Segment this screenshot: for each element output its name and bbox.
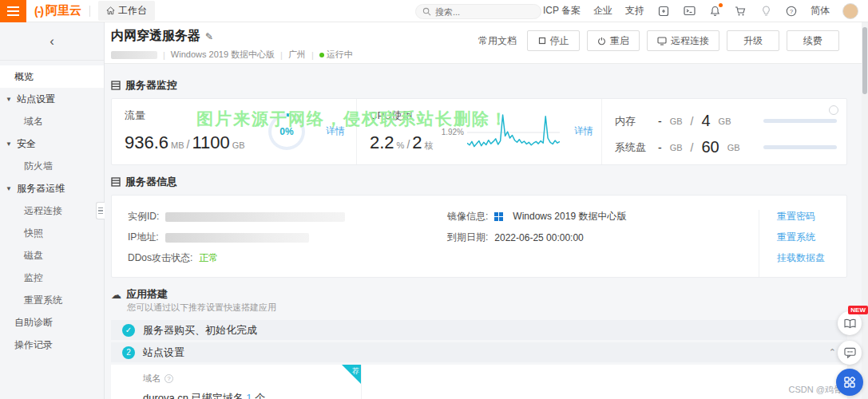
header-actions: 常用文档 停止 重启 远程连接 升级 续费 — [478, 30, 839, 51]
traffic-label: 流量 — [125, 109, 347, 123]
app-switcher-icon[interactable] — [657, 5, 670, 18]
reset-system-link[interactable]: 重置系统 — [777, 231, 825, 244]
ddos-label: DDos攻击状态: — [128, 251, 192, 265]
workbench-button[interactable]: 工作台 — [98, 1, 155, 21]
svg-text:?: ? — [790, 7, 793, 14]
cpu-cores: 2 — [412, 132, 422, 153]
menu-enterprise[interactable]: 企业 — [593, 4, 612, 18]
sidebar-item-overview[interactable]: 概览 — [0, 65, 104, 88]
disk-total: 60 — [701, 138, 719, 156]
sidebar-item-remote-connect[interactable]: 远程连接 — [0, 200, 104, 222]
sidebar-back-button[interactable]: ‹ — [0, 22, 104, 61]
sidebar-item-disk[interactable]: 磁盘 — [0, 244, 104, 267]
chevron-up-icon[interactable]: ⌃ — [829, 347, 836, 358]
memory-used: - — [658, 115, 662, 128]
help-circle-icon[interactable]: ? — [164, 374, 173, 383]
sidebar-item-self-diagnosis[interactable]: 自助诊断 — [0, 311, 104, 334]
domain-card: 荐 域名 ? durova.cn 已绑定域名 1 个 — [111, 365, 847, 399]
hamburger-menu-icon[interactable] — [0, 0, 26, 22]
sidebar-item-domain[interactable]: 域名 — [0, 110, 104, 132]
chevron-left-icon: ‹ — [50, 34, 54, 49]
sidebar-collapse-handle[interactable] — [96, 202, 105, 219]
cloud-icon: ☁ — [111, 289, 121, 301]
remote-connect-button[interactable]: 远程连接 — [647, 30, 719, 51]
ddos-status: 正常 — [199, 251, 218, 265]
monitor-card: 流量 936.6 MB / 1100 GB 0% 详情 CPU使用 — [111, 98, 847, 165]
feedback-float-button[interactable] — [838, 341, 862, 365]
monitor-section-header: 服务器监控 — [111, 78, 847, 93]
avatar[interactable] — [842, 3, 858, 19]
search-icon — [422, 7, 431, 16]
reset-password-link[interactable]: 重置密码 — [777, 210, 825, 223]
memory-row: 内存 - GB / 4 GB — [615, 112, 837, 130]
step-row-2[interactable]: 2 站点设置 ⌃ — [111, 342, 847, 362]
sidebar-item-firewall[interactable]: 防火墙 — [0, 155, 104, 177]
apps-float-button[interactable] — [836, 369, 863, 396]
panel-icon — [111, 81, 121, 90]
refresh-icon[interactable] — [829, 105, 838, 115]
menu-icp[interactable]: ICP 备案 — [543, 4, 581, 18]
ip-label: IP地址: — [128, 231, 159, 244]
main-content: 内网穿透服务器 ✎ | Windows 2019 数据中心版 | 广州 | 运行… — [105, 22, 862, 399]
memory-progress-bar — [763, 119, 837, 123]
cpu-detail-link[interactable]: 详情 — [574, 124, 593, 138]
stop-icon — [538, 37, 546, 45]
sidebar-group-server-ops[interactable]: ▼服务器运维 — [0, 177, 104, 200]
caret-down-icon: ▼ — [6, 96, 12, 103]
mount-data-disk-link[interactable]: 挂载数据盘 — [777, 251, 825, 265]
page-header: 内网穿透服务器 ✎ | Windows 2019 数据中心版 | 广州 | 运行… — [105, 22, 862, 64]
cpu-value: 2.2 — [370, 132, 394, 153]
traffic-detail-link[interactable]: 详情 — [326, 124, 345, 138]
info-left-column: 实例ID: IP地址: DDos攻击状态:正常 — [128, 210, 447, 277]
panel-icon — [111, 177, 121, 187]
server-info-card: 实例ID: IP地址: DDos攻击状态:正常 镜像信息: Windows 20… — [111, 195, 847, 278]
home-icon — [106, 6, 115, 15]
meta-os: Windows 2019 数据中心版 — [171, 49, 275, 61]
renew-button[interactable]: 续费 — [787, 30, 839, 51]
notifications-bell-icon[interactable] — [708, 5, 721, 18]
disk-row: 系统盘 - GB / 60 GB — [615, 138, 837, 156]
upgrade-button[interactable]: 升级 — [727, 30, 779, 51]
cloudshell-icon[interactable] — [683, 5, 696, 18]
instance-id-redacted — [111, 51, 157, 59]
chat-icon — [844, 347, 856, 358]
scrollbar[interactable] — [862, 22, 868, 399]
menu-support[interactable]: 支持 — [625, 4, 644, 18]
sidebar-item-reset-system[interactable]: 重置系统 — [0, 289, 104, 311]
edit-title-icon[interactable]: ✎ — [205, 31, 213, 42]
domain-label: 域名 — [143, 373, 161, 385]
status-badge: 运行中 — [319, 49, 353, 61]
docs-link[interactable]: 常用文档 — [478, 34, 517, 48]
expire-value: 2022-06-25 00:00:00 — [494, 232, 583, 243]
restart-button[interactable]: 重启 — [587, 30, 640, 51]
language-switch[interactable]: 简体 — [811, 4, 830, 18]
step2-number: 2 — [122, 346, 135, 359]
grid-shapes-icon — [843, 376, 856, 389]
book-icon — [844, 318, 856, 329]
step1-check-icon: ✓ — [122, 324, 135, 337]
sidebar-group-site-settings[interactable]: ▼站点设置 — [0, 88, 104, 110]
sidebar-item-monitoring[interactable]: 监控 — [0, 267, 104, 289]
lightbulb-icon[interactable] — [759, 5, 772, 18]
notification-dot — [719, 3, 723, 7]
docs-float-button[interactable]: NEW — [838, 311, 862, 335]
cpu-sparkline-chart — [467, 109, 560, 155]
step-row-1[interactable]: ✓ 服务器购买、初始化完成 — [111, 320, 847, 340]
divider — [89, 6, 90, 17]
windows-icon — [494, 212, 503, 221]
sidebar: ‹ 概览 ▼站点设置 域名 ▼安全 防火墙 ▼服务器运维 远程连接 快照 磁盘 … — [0, 22, 105, 399]
search-input[interactable] — [435, 7, 523, 17]
disk-progress-bar — [763, 145, 837, 149]
stop-button[interactable]: 停止 — [527, 30, 580, 51]
cart-icon[interactable] — [734, 5, 747, 18]
domain-count[interactable]: 1 — [246, 392, 252, 399]
sidebar-group-security[interactable]: ▼安全 — [0, 132, 104, 155]
running-dot-icon — [319, 53, 324, 57]
power-icon — [597, 37, 606, 45]
scrollbar-thumb[interactable] — [862, 27, 867, 94]
sidebar-item-operation-log[interactable]: 操作记录 — [0, 334, 104, 356]
help-icon[interactable]: ? — [785, 5, 798, 18]
aliyun-logo[interactable]: (-) 阿里云 — [34, 3, 81, 18]
sidebar-item-snapshot[interactable]: 快照 — [0, 222, 104, 244]
global-search[interactable] — [415, 4, 541, 19]
